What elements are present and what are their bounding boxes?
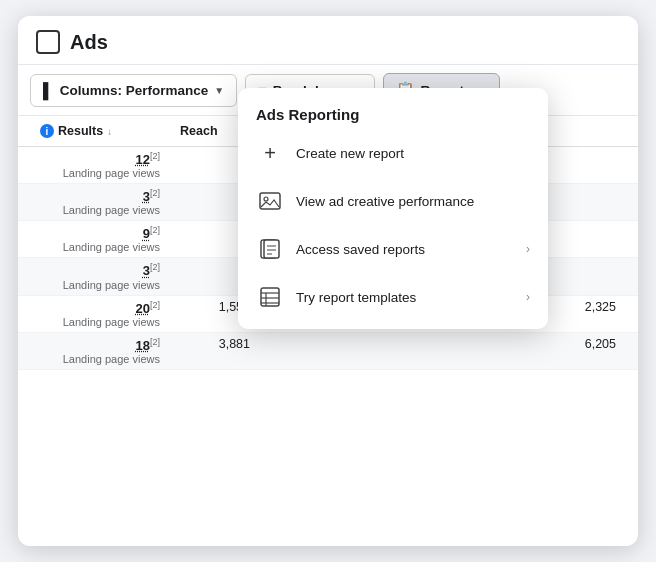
main-window: Ads ▌ Columns: Performance ▼ ≡ Breakdown… bbox=[18, 16, 638, 546]
create-icon: + bbox=[256, 139, 284, 167]
svg-point-2 bbox=[264, 197, 268, 201]
result-cell: 12[2] Landing page views bbox=[30, 147, 170, 183]
result-cell: 3[2] Landing page views bbox=[30, 184, 170, 220]
results-header: i Results ↓ bbox=[30, 116, 170, 146]
sort-icon: ↓ bbox=[107, 126, 112, 137]
reach-cell: 3,881 bbox=[170, 333, 260, 369]
svg-rect-4 bbox=[264, 240, 279, 258]
saved-reports-icon bbox=[256, 235, 284, 263]
columns-chevron-icon: ▼ bbox=[214, 85, 224, 96]
columns-icon: ▌ bbox=[43, 82, 54, 99]
templates-item[interactable]: Try report templates › bbox=[238, 273, 548, 321]
view-creative-label: View ad creative performance bbox=[296, 194, 530, 209]
info-icon[interactable]: i bbox=[40, 124, 54, 138]
dropdown-menu: Ads Reporting + Create new report View a… bbox=[238, 88, 548, 329]
result-cell: 18[2] Landing page views bbox=[30, 333, 170, 369]
view-creative-item[interactable]: View ad creative performance bbox=[238, 177, 548, 225]
create-report-label: Create new report bbox=[296, 146, 530, 161]
table-row: 18[2] Landing page views 3,881 6,205 bbox=[18, 333, 638, 370]
columns-button[interactable]: ▌ Columns: Performance ▼ bbox=[30, 74, 237, 107]
result-cell: 20[2] Landing page views bbox=[30, 296, 170, 332]
create-report-item[interactable]: + Create new report bbox=[238, 129, 548, 177]
saved-reports-label: Access saved reports bbox=[296, 242, 514, 257]
title-bar: Ads bbox=[18, 16, 638, 65]
templates-label: Try report templates bbox=[296, 290, 514, 305]
saved-reports-chevron-icon: › bbox=[526, 242, 530, 256]
templates-icon bbox=[256, 283, 284, 311]
ads-icon bbox=[36, 30, 60, 54]
result-cell: 9[2] Landing page views bbox=[30, 221, 170, 257]
creative-icon bbox=[256, 187, 284, 215]
saved-reports-item[interactable]: Access saved reports › bbox=[238, 225, 548, 273]
result-cell: 3[2] Landing page views bbox=[30, 258, 170, 294]
page-title: Ads bbox=[70, 31, 108, 54]
templates-chevron-icon: › bbox=[526, 290, 530, 304]
last-cell: 6,205 bbox=[260, 333, 626, 369]
dropdown-title: Ads Reporting bbox=[238, 96, 548, 129]
columns-label: Columns: Performance bbox=[60, 83, 209, 98]
